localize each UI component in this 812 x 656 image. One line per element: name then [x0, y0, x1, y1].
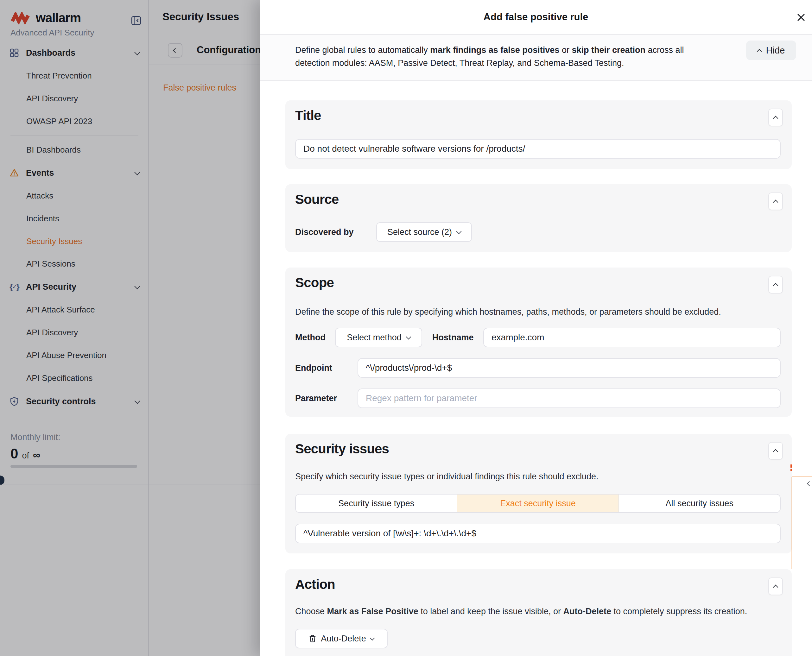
action-select-value: Auto-Delete	[321, 634, 366, 644]
endpoint-input[interactable]	[358, 358, 781, 378]
banner-text-segment: detection modules: AASM, Passive Detect,…	[295, 58, 624, 68]
collapse-title-section-button[interactable]	[768, 108, 783, 126]
action-desc-segment: to label and keep the issue visible, or	[418, 606, 563, 616]
chevron-up-icon	[756, 49, 762, 54]
red-dash-marker	[790, 469, 792, 471]
banner-text-bold: skip their creation	[572, 45, 645, 55]
parameter-label: Parameter	[295, 388, 337, 408]
action-desc-segment: Choose	[295, 606, 327, 616]
tab-exact-security-issue[interactable]: Exact security issue	[457, 495, 618, 512]
action-desc-segment: to completely suppress its creation.	[611, 606, 747, 616]
source-section-heading: Source	[295, 192, 339, 207]
action-section-heading: Action	[295, 577, 335, 592]
discovered-by-label: Discovered by	[295, 222, 354, 242]
banner-text-segment: or	[559, 45, 572, 55]
hide-banner-button[interactable]: Hide	[746, 40, 796, 60]
action-section-card: Action Choose Mark as False Positive to …	[285, 569, 792, 656]
orange-guide-line-vertical	[792, 477, 792, 569]
modal-header: Add false positive rule	[260, 0, 812, 35]
hostname-label: Hostname	[432, 328, 474, 347]
action-desc-bold: Mark as False Positive	[327, 606, 418, 616]
banner-text-bold: mark findings as false positives	[430, 45, 559, 55]
scope-section-heading: Scope	[295, 275, 334, 290]
collapse-source-section-button[interactable]	[768, 192, 783, 210]
chevron-down-icon	[406, 334, 411, 340]
collapse-security-issues-section-button[interactable]	[768, 442, 783, 460]
chevron-down-icon	[370, 636, 375, 641]
method-label: Method	[295, 328, 325, 347]
collapse-scope-section-button[interactable]	[768, 276, 783, 294]
orange-guide-line-horizontal	[792, 477, 812, 477]
action-type-select[interactable]: Auto-Delete	[295, 629, 387, 648]
modal-title: Add false positive rule	[483, 11, 589, 23]
security-issues-section-card: Security issues Specify which security i…	[285, 434, 792, 554]
chevron-up-icon	[773, 283, 778, 288]
hide-button-label: Hide	[766, 45, 785, 56]
banner-text-segment: Define global rules to automatically	[295, 45, 430, 55]
scope-description: Define the scope of this rule by specify…	[295, 307, 721, 317]
hostname-input[interactable]	[483, 328, 781, 347]
red-dash-marker	[790, 464, 792, 467]
source-select-value: Select source (2)	[387, 227, 452, 237]
scope-section-card: Scope Define the scope of this rule by s…	[285, 268, 792, 417]
parameter-input[interactable]	[358, 388, 781, 408]
exact-security-issue-input[interactable]	[295, 524, 781, 543]
chevron-up-icon	[773, 200, 778, 205]
security-issues-description: Specify which security issue types or in…	[295, 472, 598, 481]
security-issues-tabs: Security issue types Exact security issu…	[295, 494, 781, 513]
source-select[interactable]: Select source (2)	[376, 222, 472, 242]
endpoint-label: Endpoint	[295, 358, 332, 378]
add-false-positive-rule-modal: Add false positive rule Define global ru…	[260, 0, 812, 656]
trash-icon	[309, 634, 316, 643]
close-icon[interactable]	[795, 11, 807, 23]
title-section-heading: Title	[295, 108, 321, 123]
method-select-value: Select method	[347, 333, 401, 343]
source-section-card: Source Discovered by Select source (2)	[285, 184, 792, 252]
tab-security-issue-types[interactable]: Security issue types	[296, 495, 457, 512]
chevron-up-icon	[773, 449, 778, 454]
banner-text-segment: across all	[645, 45, 684, 55]
rule-title-input[interactable]	[295, 139, 781, 159]
title-section-card: Title	[285, 101, 792, 169]
info-banner: Define global rules to automatically mar…	[260, 35, 812, 81]
tab-all-security-issues[interactable]: All security issues	[618, 495, 780, 512]
chevron-up-icon	[773, 116, 778, 121]
banner-text: Define global rules to automatically mar…	[295, 44, 745, 70]
chevron-down-icon	[456, 229, 462, 234]
method-select[interactable]: Select method	[335, 328, 422, 347]
action-description: Choose Mark as False Positive to label a…	[295, 606, 747, 616]
chevron-up-icon	[773, 585, 778, 590]
action-desc-bold: Auto-Delete	[563, 606, 612, 616]
collapse-action-section-button[interactable]	[768, 577, 783, 595]
security-issues-section-heading: Security issues	[295, 441, 389, 456]
modal-backdrop[interactable]	[0, 0, 260, 656]
